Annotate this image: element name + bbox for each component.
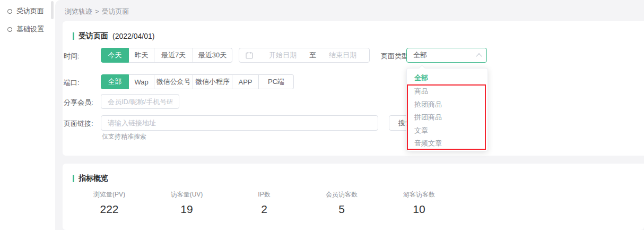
stat-value: 19 xyxy=(148,203,225,216)
stat-label: 会员访客数 xyxy=(303,190,380,199)
stat-label: 浏览量(PV) xyxy=(71,190,148,199)
page-type-option-audio-article[interactable]: 音频文章 xyxy=(407,137,488,150)
share-member-label: 分享会员: xyxy=(64,98,93,107)
stat-value: 2 xyxy=(225,203,303,216)
stat-member-visitors: 会员访客数 5 xyxy=(303,190,380,216)
page-type-option-group-buy-goods[interactable]: 拼团商品 xyxy=(407,111,488,124)
date-range-picker[interactable]: 开始日期 至 结束日期 xyxy=(239,48,370,63)
metrics-row: 浏览量(PV) 222 访客量(UV) 19 IP数 2 会员访客数 5 游客访… xyxy=(71,190,458,216)
port-filter-wechat-miniprogram[interactable]: 微信小程序 xyxy=(193,74,232,89)
time-filter-last7days[interactable]: 最近7天 xyxy=(154,48,193,63)
page-type-option-all[interactable]: 全部 xyxy=(407,71,488,85)
page-type-select[interactable]: 全部 xyxy=(406,48,487,63)
page-link-input[interactable] xyxy=(101,115,378,131)
sidebar-item-basic-settings[interactable]: 基础设置 xyxy=(7,24,44,34)
port-filter-app[interactable]: APP xyxy=(232,74,259,89)
sidebar-item-label: 受访页面 xyxy=(16,6,44,16)
stat-value: 222 xyxy=(71,203,148,216)
stat-label: IP数 xyxy=(225,190,303,199)
page-type-select-value: 全部 xyxy=(413,50,427,60)
time-filter-today[interactable]: 今天 xyxy=(101,48,129,63)
port-filter-group: 全部 Wap 微信公众号 微信小程序 APP PC端 xyxy=(101,74,294,89)
stat-uv: 访客量(UV) 19 xyxy=(148,190,225,216)
stat-label: 访客量(UV) xyxy=(148,190,225,199)
chevron-up-icon xyxy=(476,53,482,59)
circle-icon xyxy=(7,9,12,14)
breadcrumb-current-page: 受访页面 xyxy=(102,7,129,15)
port-filter-all[interactable]: 全部 xyxy=(101,74,129,89)
panel-title-date: (2022/04/01) xyxy=(112,32,154,40)
page-type-option-rush-group-goods[interactable]: 抢团商品 xyxy=(407,98,488,112)
stat-guest-visitors: 游客访客数 10 xyxy=(380,190,458,216)
time-filter-yesterday[interactable]: 昨天 xyxy=(129,48,154,63)
time-filter-group: 今天 昨天 最近7天 最近30天 xyxy=(101,48,232,63)
time-filter-last30days[interactable]: 最近30天 xyxy=(193,48,232,63)
stat-value: 10 xyxy=(380,203,458,216)
port-filter-pc[interactable]: PC端 xyxy=(259,74,294,89)
port-filter-wechat-official[interactable]: 微信公众号 xyxy=(154,74,193,89)
title-accent-bar xyxy=(73,32,74,40)
page-type-option-goods[interactable]: 商品 xyxy=(407,85,488,98)
calendar-icon xyxy=(246,52,253,59)
end-date-placeholder[interactable]: 结束日期 xyxy=(316,50,369,60)
sidebar-item-visited-pages[interactable]: 受访页面 xyxy=(7,6,44,16)
search-hint-text: 仅支持精准搜索 xyxy=(102,132,146,141)
page-type-option-article[interactable]: 文章 xyxy=(407,124,488,138)
stat-value: 5 xyxy=(303,203,380,216)
breadcrumb-separator: > xyxy=(95,7,99,15)
panel-title-text: 指标概览 xyxy=(79,174,108,183)
title-accent-bar xyxy=(73,175,74,182)
circle-icon xyxy=(7,27,12,32)
panel-title-text: 受访页面 xyxy=(79,31,108,41)
time-filter-label: 时间: xyxy=(64,52,80,61)
filter-panel-title: 受访页面 (2022/04/01) xyxy=(73,32,154,40)
start-date-placeholder[interactable]: 开始日期 xyxy=(256,50,309,60)
stat-ip-count: IP数 2 xyxy=(225,190,303,216)
date-range-separator: 至 xyxy=(309,50,316,60)
breadcrumb-link-browse-track[interactable]: 浏览轨迹 xyxy=(65,7,92,15)
sidebar-item-label: 基础设置 xyxy=(16,24,44,34)
port-filter-label: 端口: xyxy=(64,78,80,88)
page-link-label: 页面链接: xyxy=(64,119,93,129)
metrics-panel-title: 指标概览 xyxy=(73,174,108,183)
share-member-input[interactable] xyxy=(101,94,179,109)
sidebar-scrollbar-thumb[interactable] xyxy=(51,1,54,19)
breadcrumb: 浏览轨迹>受访页面 xyxy=(65,7,129,16)
port-filter-wap[interactable]: Wap xyxy=(129,74,154,89)
stat-pv: 浏览量(PV) 222 xyxy=(71,190,148,216)
page-type-dropdown: 全部 商品 抢团商品 拼团商品 文章 音频文章 xyxy=(406,68,488,151)
sidebar: 受访页面 基础设置 xyxy=(0,0,55,230)
stat-label: 游客访客数 xyxy=(380,190,458,199)
